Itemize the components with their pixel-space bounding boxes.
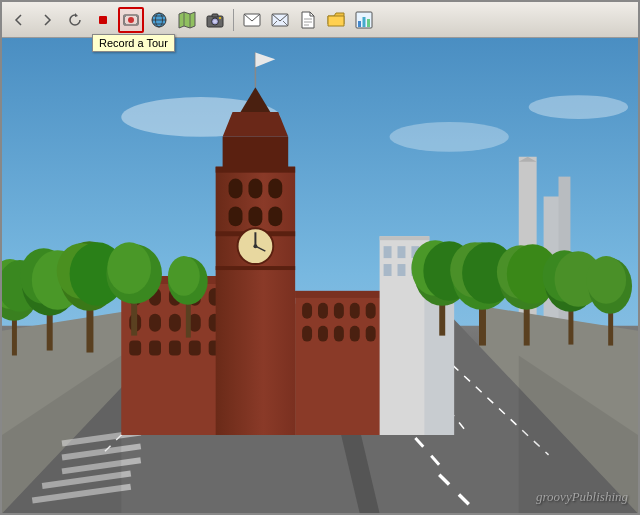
tooltip-text: Record a Tour [99, 37, 168, 49]
svg-rect-72 [129, 341, 141, 356]
svg-rect-92 [223, 137, 289, 172]
svg-rect-74 [169, 341, 181, 356]
svg-rect-85 [229, 206, 243, 226]
3d-scene [2, 38, 638, 513]
map-viewport[interactable]: groovyPublishing [2, 38, 638, 513]
app-window: Record a Tour [0, 0, 640, 515]
svg-rect-19 [212, 14, 218, 17]
svg-rect-100 [318, 303, 328, 319]
svg-rect-117 [398, 264, 406, 276]
toolbar-btn-record-tour[interactable] [118, 7, 144, 33]
svg-rect-6 [124, 23, 126, 25]
svg-point-20 [219, 17, 221, 19]
toolbar-btn-doc[interactable] [295, 7, 321, 33]
svg-rect-4 [124, 15, 126, 17]
svg-point-18 [213, 19, 217, 23]
svg-rect-116 [384, 264, 392, 276]
toolbar-btn-camera[interactable] [202, 7, 228, 33]
svg-point-3 [128, 17, 134, 23]
svg-rect-30 [363, 17, 366, 27]
svg-rect-109 [366, 326, 376, 342]
svg-rect-99 [302, 303, 312, 319]
toolbar-btn-reload[interactable] [62, 7, 88, 33]
svg-point-134 [107, 242, 151, 294]
svg-rect-81 [216, 266, 296, 270]
svg-rect-102 [350, 303, 360, 319]
svg-rect-67 [149, 314, 161, 332]
svg-rect-106 [318, 326, 328, 342]
svg-marker-0 [75, 13, 78, 17]
svg-rect-7 [136, 23, 138, 25]
tooltip-record-tour: Record a Tour [92, 34, 175, 52]
svg-rect-86 [248, 206, 262, 226]
svg-point-156 [168, 256, 200, 296]
toolbar-btn-stop[interactable] [90, 7, 116, 33]
svg-rect-87 [268, 206, 282, 226]
svg-rect-5 [136, 15, 138, 17]
svg-rect-31 [367, 19, 370, 27]
toolbar-btn-chart[interactable] [351, 7, 377, 33]
toolbar-btn-globe[interactable] [146, 7, 172, 33]
toolbar-btn-email[interactable] [239, 7, 265, 33]
svg-point-153 [586, 256, 626, 304]
svg-point-35 [529, 95, 628, 119]
svg-marker-13 [179, 12, 195, 28]
svg-rect-73 [149, 341, 161, 356]
svg-rect-68 [169, 314, 181, 332]
svg-marker-93 [223, 112, 289, 137]
toolbar-btn-folder[interactable] [323, 7, 349, 33]
svg-rect-83 [248, 179, 262, 199]
svg-rect-108 [350, 326, 360, 342]
svg-rect-114 [398, 246, 406, 258]
toolbar: Record a Tour [2, 2, 638, 38]
svg-rect-84 [268, 179, 282, 199]
svg-point-34 [390, 122, 509, 152]
svg-rect-107 [334, 326, 344, 342]
svg-rect-101 [334, 303, 344, 319]
toolbar-btn-forward[interactable] [34, 7, 60, 33]
svg-rect-75 [189, 341, 201, 356]
svg-rect-113 [384, 246, 392, 258]
svg-rect-103 [366, 303, 376, 319]
toolbar-separator-1 [233, 9, 234, 31]
svg-rect-1 [99, 16, 107, 24]
svg-rect-29 [358, 21, 361, 27]
svg-rect-112 [380, 236, 430, 240]
svg-rect-105 [302, 326, 312, 342]
toolbar-btn-map[interactable] [174, 7, 200, 33]
toolbar-btn-back[interactable] [6, 7, 32, 33]
svg-rect-82 [229, 179, 243, 199]
toolbar-btn-email2[interactable] [267, 7, 293, 33]
